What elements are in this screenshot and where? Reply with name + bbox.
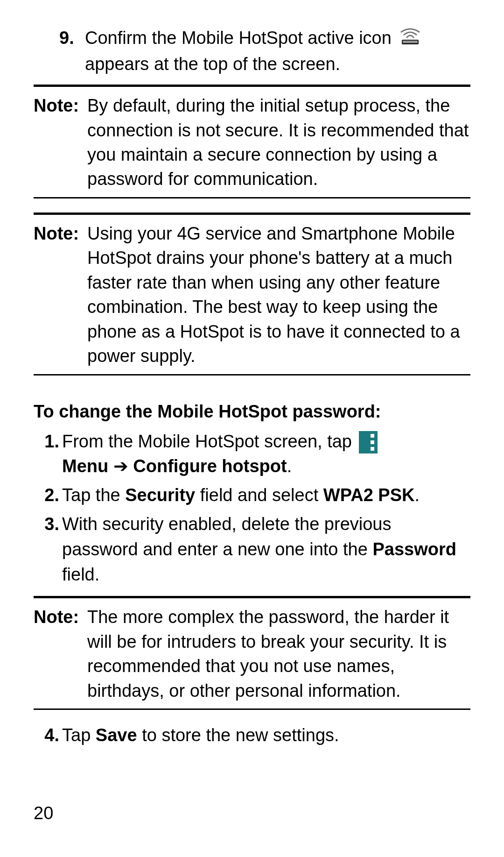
divider bbox=[34, 374, 470, 375]
step-text: Tap bbox=[62, 725, 96, 745]
divider bbox=[34, 85, 470, 87]
step-2: 2. Tap the Security field and select WPA… bbox=[34, 483, 470, 508]
security-label: Security bbox=[125, 485, 195, 505]
password-label: Password bbox=[372, 539, 456, 559]
step-text: field and select bbox=[195, 485, 323, 505]
step-text: Confirm the Mobile HotSpot active icon a… bbox=[85, 26, 470, 76]
step-text: Tap the bbox=[62, 485, 125, 505]
divider bbox=[34, 212, 470, 215]
note-label: Note: bbox=[34, 93, 87, 191]
step-1: 1. From the Mobile HotSpot screen, tap M… bbox=[34, 429, 470, 480]
menu-overflow-icon bbox=[359, 431, 378, 453]
step-body: Tap Save to store the new settings. bbox=[62, 723, 470, 748]
step-text: to store the new settings. bbox=[137, 725, 339, 745]
note-2: Note: Using your 4G service and Smartpho… bbox=[34, 221, 470, 374]
period: . bbox=[414, 485, 420, 505]
document-page: 9. Confirm the Mobile HotSpot active ico… bbox=[0, 0, 504, 857]
step-number: 4. bbox=[34, 723, 62, 748]
step-number: 9. bbox=[59, 26, 85, 76]
step-number: 2. bbox=[34, 483, 62, 508]
step-text-after: appears at the top of the screen. bbox=[85, 54, 340, 74]
step-body: Tap the Security field and select WPA2 P… bbox=[62, 483, 470, 508]
configure-hotspot-label: Configure hotspot bbox=[133, 456, 287, 476]
period: . bbox=[287, 456, 292, 476]
svg-rect-1 bbox=[403, 41, 418, 43]
step-4: 4. Tap Save to store the new settings. bbox=[34, 723, 470, 748]
step-text: With security enabled, delete the previo… bbox=[62, 514, 392, 559]
step-3: 3. With security enabled, delete the pre… bbox=[34, 512, 470, 588]
step-text: field. bbox=[62, 565, 99, 584]
note-body: By default, during the initial setup pro… bbox=[87, 93, 470, 191]
note-body: Using your 4G service and Smartphone Mob… bbox=[87, 221, 470, 368]
note-3: Note: The more complex the password, the… bbox=[34, 605, 470, 708]
step-body: With security enabled, delete the previo… bbox=[62, 512, 470, 588]
step-text: From the Mobile HotSpot screen, tap bbox=[62, 432, 352, 451]
menu-label: Menu bbox=[62, 456, 108, 476]
hotspot-active-icon bbox=[398, 27, 422, 51]
note-label: Note: bbox=[34, 221, 87, 368]
divider bbox=[34, 596, 470, 598]
step-number: 3. bbox=[34, 512, 62, 588]
arrow-icon: ➔ bbox=[113, 456, 128, 476]
note-label: Note: bbox=[34, 605, 87, 703]
page-number: 20 bbox=[34, 803, 53, 823]
note-body: The more complex the password, the harde… bbox=[87, 605, 470, 703]
wpa2-psk-label: WPA2 PSK bbox=[323, 485, 415, 505]
steps-list: 1. From the Mobile HotSpot screen, tap M… bbox=[34, 429, 470, 588]
step-number: 1. bbox=[34, 429, 62, 480]
steps-list-cont: 4. Tap Save to store the new settings. bbox=[34, 723, 470, 748]
note-1: Note: By default, during the initial set… bbox=[34, 93, 470, 197]
step-9: 9. Confirm the Mobile HotSpot active ico… bbox=[59, 26, 470, 76]
save-label: Save bbox=[96, 725, 137, 745]
step-body: From the Mobile HotSpot screen, tap Menu… bbox=[62, 429, 470, 480]
step-text-before: Confirm the Mobile HotSpot active icon bbox=[85, 28, 392, 48]
section-heading: To change the Mobile HotSpot password: bbox=[34, 402, 470, 422]
